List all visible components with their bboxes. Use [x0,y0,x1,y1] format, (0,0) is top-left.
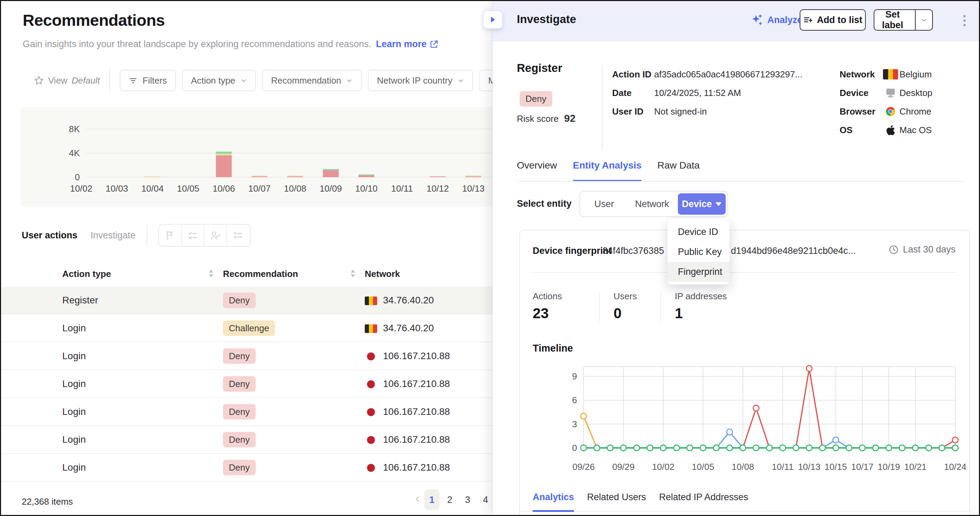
event-action-title: Register [517,62,562,75]
monitor-icon [885,88,896,98]
entity-option-user[interactable]: User [580,192,628,216]
cell-recommendation: Deny [223,404,256,419]
card-tab-related-ip-addresses[interactable]: Related IP Addresses [659,492,748,512]
page-4[interactable]: 4 [478,489,492,510]
japan-flag-icon [365,408,377,417]
tab-user-actions[interactable]: User actions [22,230,78,241]
entity-option-network[interactable]: Network [628,192,676,216]
cell-action-type: Login [62,434,86,445]
column-action-type[interactable]: Action type [62,269,111,279]
view-selector[interactable]: View Default [34,75,100,86]
event-fields: Action IDaf35adc065a0ac419806671293297..… [612,65,802,121]
page-1[interactable]: 1 [424,489,439,510]
table-row[interactable]: LoginDeny106.167.210.88 [1,398,492,426]
dropdown-item-fingerprint[interactable]: Fingerprint [668,262,730,282]
view-label: View [48,75,67,86]
stat-ip-addresses: IP addresses1 [675,291,727,322]
dropdown-item-device-id[interactable]: Device ID [668,222,730,242]
svg-text:10/15: 10/15 [824,462,847,472]
cell-network-flag [365,378,377,389]
tab-entity-analysis[interactable]: Entity Analysis [573,160,642,182]
page-3[interactable]: 3 [460,489,475,510]
filter-dropdown-network-ip-country[interactable]: Network IP country [368,70,473,91]
set-label-split-button: Set label [874,9,933,31]
sort-recommendation-icon[interactable] [350,269,355,278]
tab-investigate[interactable]: Investigate [91,230,135,241]
table-row[interactable]: LoginDeny106.167.210.88 [1,454,492,482]
svg-text:10/06: 10/06 [213,183,235,194]
analyze-button[interactable]: Analyze [749,13,805,27]
collapse-panel-button[interactable] [483,10,503,29]
criteria-icon[interactable] [182,225,204,246]
svg-text:10/17: 10/17 [851,462,873,472]
table-row[interactable]: LoginDeny106.167.210.88 [1,370,492,398]
stat-value: 1 [675,305,727,322]
svg-text:10/13: 10/13 [798,462,820,472]
risk-score: Risk score92 [517,113,576,124]
column-recommendation[interactable]: Recommendation [223,269,298,279]
event-attributes: NetworkBelgiumDeviceDesktopBrowserChrome… [840,65,932,139]
investigate-title: Investigate [517,13,576,26]
apple-icon [886,124,895,136]
chrome-icon [885,106,896,117]
cell-action-type: Login [62,323,86,334]
table-row[interactable]: RegisterDeny34.76.40.20 [1,287,492,314]
timeline-title: Timeline [533,343,573,354]
page-2[interactable]: 2 [442,489,457,510]
learn-more-link[interactable]: Learn more [376,39,438,49]
cell-recommendation: Deny [223,460,256,475]
svg-text:10/02: 10/02 [70,183,92,194]
list-icon[interactable] [227,225,250,246]
entity-option-device[interactable]: Device [678,193,726,215]
entity-card-tabs: AnalyticsRelated UsersRelated IP Address… [533,492,748,512]
cell-network-ip: 106.167.210.88 [383,378,450,389]
chevron-down-icon [240,77,247,84]
column-network[interactable]: Network [365,269,400,279]
svg-text:9: 9 [572,371,577,381]
flag-icon[interactable] [159,225,182,246]
svg-text:10/19: 10/19 [878,462,900,472]
timeline-chart: 09/2609/2910/0210/0510/0810/1110/1310/15… [520,230,971,516]
svg-text:10/09: 10/09 [320,183,342,194]
card-tab-analytics[interactable]: Analytics [533,492,574,512]
cell-network-ip: 34.76.40.20 [383,323,434,334]
more-filters-button[interactable]: More filters [479,70,492,91]
expand-right-icon [490,16,496,23]
belgium-flag-icon [883,69,898,79]
card-tab-related-users[interactable]: Related Users [587,492,646,512]
add-to-list-button[interactable]: Add to list [800,9,866,31]
more-options-icon[interactable] [959,12,970,29]
svg-text:10/13: 10/13 [462,183,485,194]
svg-text:09/26: 09/26 [572,462,595,472]
add-to-list-icon [803,15,813,25]
cell-network-ip: 106.167.210.88 [383,434,450,445]
svg-text:3: 3 [572,419,577,429]
user-check-icon[interactable] [204,225,227,246]
sort-action-type-icon[interactable] [208,269,214,278]
filters-button[interactable]: Filters [120,70,176,91]
belgium-flag-icon [365,297,377,305]
previous-page-icon[interactable] [414,495,422,505]
svg-text:10/04: 10/04 [142,183,164,194]
cell-network-ip: 106.167.210.88 [383,462,450,473]
table-row[interactable]: LoginChallenge34.76.40.20 [1,314,492,342]
dropdown-item-public-key[interactable]: Public Key [668,242,730,262]
event-attribute-row: BrowserChrome [840,102,932,121]
stat-divider [599,292,600,322]
table-row[interactable]: LoginDeny106.167.210.88 [1,426,492,454]
japan-flag-icon [365,380,377,389]
event-divider [602,66,603,150]
items-count: 22,368 items [22,496,73,507]
tab-raw-data[interactable]: Raw Data [657,160,700,182]
filter-dropdown-action-type[interactable]: Action type [182,70,256,91]
recommendations-bar-chart: 04K8K10/0210/0310/0410/0510/0610/0710/08… [21,107,492,207]
svg-text:10/12: 10/12 [426,183,449,194]
date-range: Last 30 days [888,244,956,255]
set-label-button[interactable]: Set label [874,9,911,31]
tab-overview[interactable]: Overview [517,160,557,182]
filter-dropdown-recommendation[interactable]: Recommendation [262,70,362,91]
set-label-chevron-icon[interactable] [915,10,932,30]
cell-recommendation: Deny [223,348,256,364]
table-row[interactable]: LoginDeny106.167.210.88 [1,342,492,370]
cell-recommendation: Challenge [223,320,275,336]
